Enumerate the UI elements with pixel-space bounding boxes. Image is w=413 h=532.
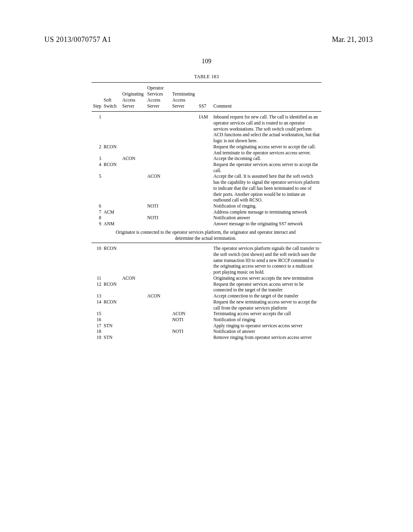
cell-term-access: ACON — [172, 311, 199, 317]
cell-op-services — [147, 317, 172, 323]
cell-op-services — [147, 323, 172, 329]
cell-op-services — [147, 156, 172, 162]
table-header-row: Step SoftSwitch OriginatingAccessServer … — [92, 83, 321, 112]
cell-comment: Terminating access server accepts the ca… — [213, 311, 321, 317]
cell-comment: Request the originating access server to… — [213, 144, 321, 156]
cell-step: 5 — [92, 173, 104, 203]
cell-orig-access — [122, 317, 147, 323]
cell-ss7 — [199, 243, 213, 275]
cell-step: 2 — [92, 144, 104, 156]
col-op-services: OperatorServicesAccessServer — [147, 83, 172, 112]
cell-ss7 — [199, 209, 213, 215]
table-row: 4RCONRequest the operator services acces… — [92, 162, 321, 173]
table-row: 10RCONThe operator services platform sig… — [92, 243, 321, 275]
cell-comment: Address complete message to terminating … — [213, 209, 321, 215]
cell-comment: Remove ringing from operator services ac… — [213, 335, 321, 341]
cell-ss7 — [199, 299, 213, 311]
cell-step: 6 — [92, 203, 104, 209]
cell-term-access — [172, 243, 199, 275]
table-row: 12RCONRequest the operator services acce… — [92, 281, 321, 293]
cell-step: 4 — [92, 162, 104, 173]
cell-orig-access — [122, 209, 147, 215]
cell-soft-switch: RCON — [104, 281, 122, 293]
cell-op-services — [147, 299, 172, 311]
cell-soft-switch: RCON — [104, 144, 122, 156]
cell-soft-switch: RCON — [104, 162, 122, 173]
cell-comment: Accept the call. It is assumed here that… — [213, 173, 321, 203]
table-row: 18NOTINotification of answer — [92, 328, 321, 335]
cell-orig-access — [122, 335, 147, 341]
cell-soft-switch: STN — [104, 335, 122, 341]
cell-ss7 — [199, 311, 213, 317]
cell-comment: The operator services platform signals t… — [213, 243, 321, 275]
cell-orig-access — [122, 328, 147, 335]
cell-ss7 — [199, 328, 213, 335]
page-number: 109 — [0, 58, 413, 65]
cell-term-access: NOTI — [172, 317, 199, 323]
cell-soft-switch — [104, 112, 122, 144]
cell-step: 11 — [92, 275, 104, 281]
separator-row: Originator is connected to the operator … — [92, 227, 321, 243]
cell-step: 12 — [92, 281, 104, 293]
cell-term-access — [172, 209, 199, 215]
cell-step: 7 — [92, 209, 104, 215]
step-table: Step SoftSwitch OriginatingAccessServer … — [92, 82, 321, 340]
cell-step: 14 — [92, 299, 104, 311]
cell-term-access: NOTI — [172, 328, 199, 335]
col-orig-access: OriginatingAccessServer — [122, 83, 147, 112]
cell-soft-switch: RCON — [104, 243, 122, 275]
cell-term-access — [172, 299, 199, 311]
cell-op-services — [147, 275, 172, 281]
cell-soft-switch: STN — [104, 323, 122, 329]
table-row: 3ACONAccept the incoming call. — [92, 156, 321, 162]
cell-soft-switch: ACM — [104, 209, 122, 215]
cell-ss7 — [199, 293, 213, 299]
table-row: 17STNApply ringing to operator services … — [92, 323, 321, 329]
col-step: Step — [92, 83, 104, 112]
cell-soft-switch: RCON — [104, 299, 122, 311]
cell-step: 13 — [92, 293, 104, 299]
cell-orig-access — [122, 173, 147, 203]
publication-number: US 2013/0070757 A1 — [44, 35, 111, 44]
table-row: 9ANMAnswer message to the originating SS… — [92, 221, 321, 227]
cell-op-services: ACON — [147, 173, 172, 203]
cell-orig-access — [122, 281, 147, 293]
cell-orig-access — [122, 299, 147, 311]
cell-orig-access — [122, 311, 147, 317]
cell-step: 18 — [92, 328, 104, 335]
cell-step: 1 — [92, 112, 104, 144]
cell-term-access — [172, 275, 199, 281]
cell-comment: Accept connection to the target of the t… — [213, 293, 321, 299]
col-soft-switch: SoftSwitch — [104, 83, 122, 112]
cell-comment: Accept the incoming call. — [213, 156, 321, 162]
cell-op-services — [147, 243, 172, 275]
cell-op-services: NOTI — [147, 215, 172, 221]
cell-op-services — [147, 112, 172, 144]
table-183: TABLE 183 Step SoftSwitch OriginatingAcc… — [92, 74, 321, 341]
cell-ss7 — [199, 323, 213, 329]
cell-soft-switch — [104, 156, 122, 162]
table-row: 5ACONAccept the call. It is assumed here… — [92, 173, 321, 203]
cell-step: 10 — [92, 243, 104, 275]
cell-term-access — [172, 323, 199, 329]
cell-comment: Answer message to the originating SS7 ne… — [213, 221, 321, 227]
publication-date: Mar. 21, 2013 — [332, 35, 373, 44]
cell-step: 9 — [92, 221, 104, 227]
cell-comment: Notification of ringing — [213, 317, 321, 323]
separator-text: Originator is connected to the operator … — [109, 229, 302, 241]
cell-op-services — [147, 162, 172, 173]
col-term-access: TerminatingAccessServer — [172, 83, 199, 112]
cell-op-services — [147, 311, 172, 317]
cell-orig-access — [122, 323, 147, 329]
cell-op-services — [147, 335, 172, 341]
cell-orig-access — [122, 144, 147, 156]
cell-op-services: NOTI — [147, 203, 172, 209]
cell-soft-switch — [104, 293, 122, 299]
table-row: 13ACONAccept connection to the target of… — [92, 293, 321, 299]
cell-ss7 — [199, 335, 213, 341]
cell-term-access — [172, 162, 199, 173]
col-comment: Comment — [213, 83, 321, 112]
cell-orig-access — [122, 243, 147, 275]
cell-comment: Notification of answer — [213, 328, 321, 335]
cell-term-access — [172, 281, 199, 293]
